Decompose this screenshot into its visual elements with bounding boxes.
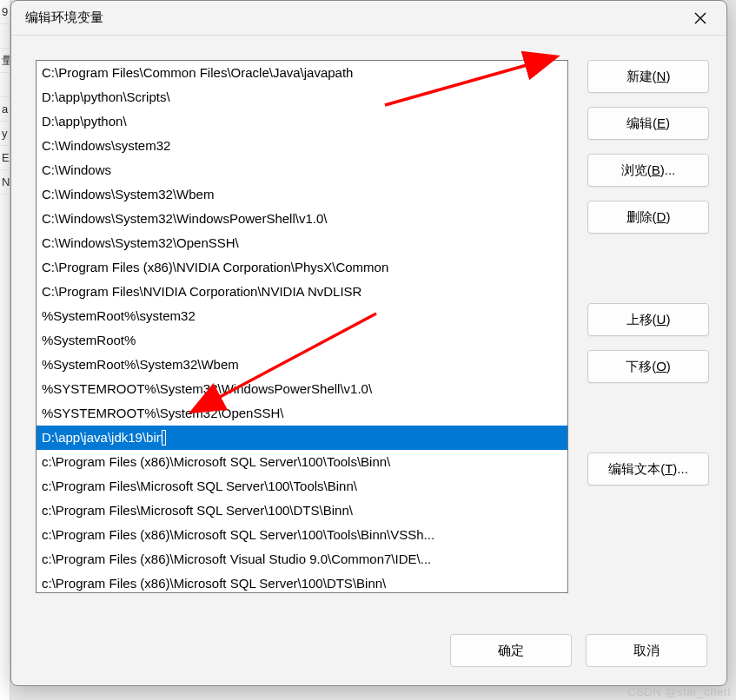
dialog-footer: 确定 取消: [11, 624, 726, 685]
list-item[interactable]: C:\Windows\System32\OpenSSH\: [36, 231, 567, 255]
list-item[interactable]: C:\Windows\system32: [36, 134, 567, 158]
list-item[interactable]: %SYSTEMROOT%\System32\WindowsPowerShell\…: [36, 377, 567, 401]
button-column: 新建(N) 编辑(E) 浏览(B)... 删除(D) 上移(U) 下移(O) 编…: [587, 60, 709, 616]
list-item[interactable]: c:\Program Files (x86)\Microsoft SQL Ser…: [36, 450, 567, 474]
list-item[interactable]: D:\app\python\: [36, 109, 567, 134]
list-item[interactable]: c:\Program Files\Microsoft SQL Server\10…: [36, 499, 567, 523]
list-item[interactable]: C:\Windows: [36, 158, 567, 182]
edit-text-button[interactable]: 编辑文本(T)...: [587, 452, 709, 485]
ok-button[interactable]: 确定: [450, 634, 572, 667]
list-item[interactable]: c:\Program Files (x86)\Microsoft SQL Ser…: [36, 523, 567, 547]
move-down-button[interactable]: 下移(O): [587, 350, 709, 383]
list-item[interactable]: C:\Program Files (x86)\NVIDIA Corporatio…: [36, 255, 567, 280]
list-item[interactable]: C:\Windows\System32\Wbem: [36, 182, 567, 207]
list-item[interactable]: %SystemRoot%\system32: [36, 304, 567, 328]
dialog-title: 编辑环境变量: [25, 10, 681, 26]
move-up-button[interactable]: 上移(U): [587, 303, 709, 336]
list-item[interactable]: C:\Program Files\NVIDIA Corporation\NVID…: [36, 280, 567, 304]
list-item[interactable]: C:\Windows\System32\WindowsPowerShell\v1…: [36, 207, 567, 231]
list-item[interactable]: %SYSTEMROOT%\System32\OpenSSH\: [36, 401, 567, 426]
titlebar: 编辑环境变量: [11, 1, 726, 36]
delete-button[interactable]: 删除(D): [587, 201, 709, 234]
edit-button[interactable]: 编辑(E): [587, 107, 709, 140]
list-item[interactable]: C:\Program Files\Common Files\Oracle\Jav…: [36, 61, 567, 85]
list-item[interactable]: D:\app\python\Scripts\: [36, 85, 567, 109]
list-item[interactable]: c:\Program Files\Microsoft SQL Server\10…: [36, 474, 567, 499]
list-item[interactable]: c:\Program Files (x86)\Microsoft Visual …: [36, 547, 567, 571]
background-window-strip: 9量 ay EN: [0, 0, 10, 700]
edit-env-var-dialog: 编辑环境变量 C:\Program Files\Common Files\Ora…: [10, 0, 727, 686]
browse-button[interactable]: 浏览(B)...: [587, 154, 709, 187]
watermark: CSDN @star_cheri: [627, 685, 731, 698]
list-item[interactable]: %SystemRoot%: [36, 328, 567, 353]
cancel-button[interactable]: 取消: [586, 634, 707, 667]
new-button[interactable]: 新建(N): [587, 60, 709, 93]
close-icon: [694, 12, 706, 24]
list-item[interactable]: c:\Program Files (x86)\Microsoft SQL Ser…: [36, 571, 567, 593]
close-button[interactable]: [681, 4, 719, 32]
list-item[interactable]: %SystemRoot%\System32\Wbem: [36, 353, 567, 377]
dialog-body: C:\Program Files\Common Files\Oracle\Jav…: [11, 36, 726, 624]
list-item[interactable]: D:\app\java\jdk19\bin: [36, 426, 567, 450]
path-list[interactable]: C:\Program Files\Common Files\Oracle\Jav…: [36, 60, 568, 593]
